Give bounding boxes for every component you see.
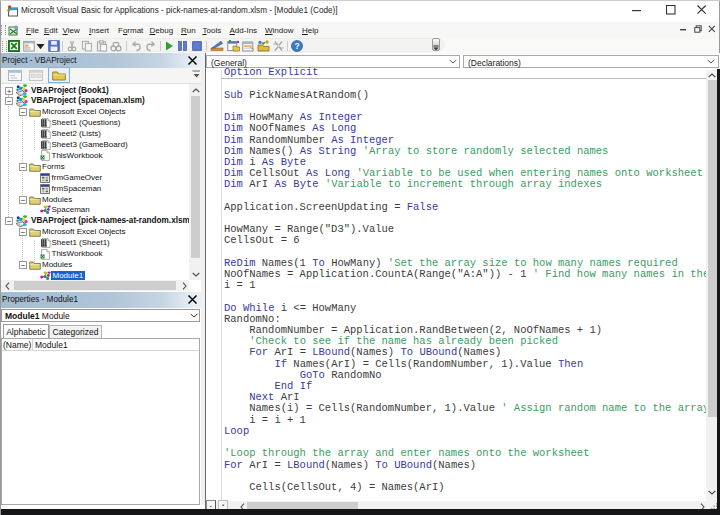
svg-text:?: ? xyxy=(294,41,299,51)
